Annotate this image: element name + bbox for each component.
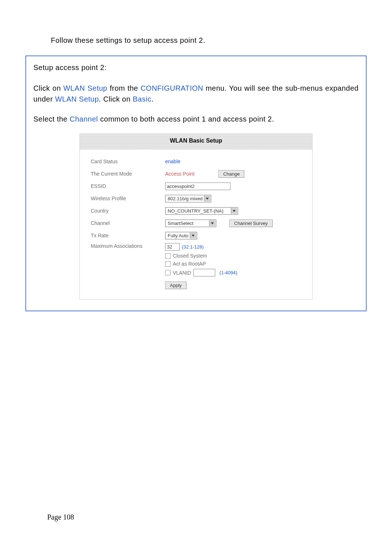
instruction-line-1: Click on WLAN Setup from the CONFIGURATI…: [33, 83, 359, 104]
chevron-down-icon: [204, 196, 210, 201]
txrate-label: Tx Rate: [91, 233, 165, 238]
channel-label: Channel: [91, 220, 165, 226]
channel-survey-button[interactable]: Channel Survey: [229, 219, 273, 227]
essid-label: ESSID: [91, 183, 165, 189]
page-number: Page 108: [47, 513, 74, 521]
vlanid-hint: (1-4094): [220, 270, 237, 275]
basic-link: Basic: [133, 95, 151, 103]
instruction-line-2: Select the Channel common to both access…: [33, 114, 359, 124]
change-button[interactable]: Change: [219, 170, 245, 178]
vlanid-label: VLANID: [173, 270, 191, 276]
txt: Select the: [33, 115, 70, 123]
wireless-profile-value: 802.11b/g mixed: [166, 196, 204, 202]
txt: . Click on: [99, 95, 132, 103]
chevron-down-icon: [209, 220, 215, 226]
instruction-box: Setup access point 2: Click on WLAN Setu…: [25, 56, 367, 311]
current-mode-value: Access Point: [165, 171, 195, 177]
essid-input[interactable]: [165, 182, 230, 190]
channel-select[interactable]: SmartSelect: [165, 219, 216, 227]
txt: from the: [107, 84, 140, 92]
form-title: WLAN Basic Setup: [170, 138, 222, 144]
channel-value: SmartSelect: [166, 220, 209, 226]
intro-text: Follow these settings to setup access po…: [51, 36, 370, 45]
configuration-link: CONFIGURATION: [140, 84, 203, 92]
txt: .: [151, 95, 154, 103]
txrate-select[interactable]: Fully Auto: [165, 232, 197, 239]
closed-system-checkbox[interactable]: [165, 253, 171, 259]
chevron-down-icon: [190, 233, 196, 238]
form-body: Card Status enable The Current Mode Acce…: [80, 149, 312, 299]
wlan-setup-link-2: WLAN Setup: [55, 95, 99, 103]
max-assoc-input[interactable]: [165, 243, 180, 251]
closed-system-label: Closed System: [173, 253, 207, 259]
form-header: WLAN Basic Setup: [80, 134, 312, 149]
wireless-profile-label: Wireless Profile: [91, 196, 165, 201]
country-value: NO_COUNTRY_SET-(NA): [166, 208, 231, 214]
vlanid-input[interactable]: [193, 269, 215, 276]
card-status-label: Card Status: [91, 159, 165, 164]
country-label: Country: [91, 208, 165, 214]
country-select[interactable]: NO_COUNTRY_SET-(NA): [165, 207, 238, 215]
channel-link: Channel: [70, 115, 98, 123]
chevron-down-icon: [231, 208, 237, 214]
apply-button[interactable]: Apply: [165, 282, 187, 289]
wlan-setup-link: WLAN Setup: [63, 84, 107, 92]
txt: Click on: [33, 84, 63, 92]
wlan-basic-setup-panel: WLAN Basic Setup Card Status enable The …: [79, 134, 313, 300]
txt: common to both access point 1 and access…: [98, 115, 274, 123]
card-status-value: enable: [165, 159, 180, 164]
act-rootap-label: Act as RootAP: [173, 261, 206, 267]
act-rootap-checkbox[interactable]: [165, 261, 171, 267]
wireless-profile-select[interactable]: 802.11b/g mixed: [165, 195, 211, 202]
vlanid-checkbox[interactable]: [165, 270, 171, 275]
max-assoc-label: Maximum Associations: [91, 243, 165, 249]
txrate-value: Fully Auto: [166, 233, 190, 239]
setup-header: Setup access point 2:: [33, 63, 359, 72]
current-mode-label: The Current Mode: [91, 171, 165, 177]
max-assoc-hint: (32:1-128): [182, 244, 204, 250]
